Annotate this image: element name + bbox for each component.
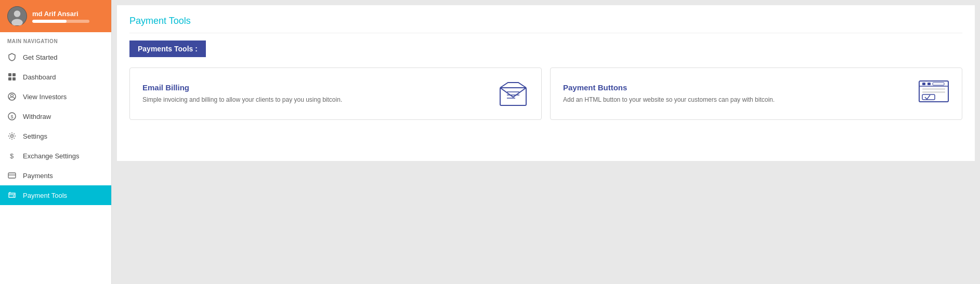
sidebar-item-payments[interactable]: Payments — [0, 166, 111, 185]
dollar-sign-icon: $ — [7, 151, 17, 160]
payment-buttons-desc: Add an HTML button to your website so yo… — [563, 95, 908, 104]
email-billing-card[interactable]: Email Billing Simple invoicing and billi… — [129, 67, 542, 120]
svg-text:$: $ — [11, 114, 14, 119]
grid-icon — [7, 72, 17, 82]
shield-icon — [7, 52, 17, 62]
svg-point-11 — [11, 135, 14, 138]
email-billing-title: Email Billing — [142, 83, 487, 92]
page-title: Payment Tools — [129, 16, 962, 33]
svg-rect-6 — [12, 77, 16, 80]
svg-rect-26 — [922, 91, 945, 93]
svg-rect-24 — [933, 83, 944, 85]
payment-buttons-title: Payment Buttons — [563, 83, 908, 92]
sidebar-item-withdraw-label: Withdraw — [23, 113, 51, 120]
sidebar-item-dashboard[interactable]: Dashboard — [0, 67, 111, 87]
svg-rect-4 — [12, 73, 16, 76]
tools-grid: Email Billing Simple invoicing and billi… — [129, 67, 962, 120]
svg-rect-22 — [922, 83, 925, 85]
email-billing-text: Email Billing Simple invoicing and billi… — [142, 83, 487, 104]
payment-buttons-card[interactable]: Payment Buttons Add an HTML button to yo… — [550, 67, 962, 120]
svg-rect-13 — [8, 173, 16, 178]
progress-bar — [32, 20, 89, 23]
svg-rect-25 — [922, 88, 945, 90]
sidebar-item-get-started-label: Get Started — [23, 53, 57, 61]
user-info: md Arif Ansari — [32, 10, 89, 23]
sidebar-item-view-investors-label: View Investors — [23, 93, 67, 101]
svg-point-1 — [14, 10, 21, 17]
sidebar-item-view-investors[interactable]: View Investors — [0, 87, 111, 106]
sidebar-item-withdraw[interactable]: $ Withdraw — [0, 106, 111, 126]
content-panel: Payment Tools Payments Tools : Email Bil… — [117, 5, 975, 161]
gear-icon — [7, 131, 17, 141]
section-heading: Payments Tools : — [129, 40, 206, 57]
svg-point-15 — [13, 196, 14, 197]
payment-buttons-icon — [918, 80, 949, 108]
sidebar-item-exchange-settings[interactable]: $ Exchange Settings — [0, 146, 111, 166]
sidebar: md Arif Ansari MAIN NAVIGATION Get Start… — [0, 0, 112, 284]
sidebar-item-get-started[interactable]: Get Started — [0, 47, 111, 67]
sidebar-item-payment-tools[interactable]: Payment Tools — [0, 185, 111, 205]
card-icon — [7, 171, 17, 180]
sidebar-item-dashboard-label: Dashboard — [23, 73, 56, 81]
sidebar-item-payments-label: Payments — [23, 172, 53, 180]
progress-fill — [32, 20, 67, 23]
svg-rect-3 — [8, 73, 11, 76]
avatar — [7, 6, 27, 26]
nav-label: MAIN NAVIGATION — [0, 32, 111, 47]
sidebar-item-payment-tools-label: Payment Tools — [23, 192, 67, 199]
email-billing-icon — [498, 78, 529, 109]
sidebar-item-settings-label: Settings — [23, 132, 47, 140]
dollar-circle-icon: $ — [7, 112, 17, 121]
sidebar-item-exchange-settings-label: Exchange Settings — [23, 152, 79, 160]
main-navigation: Get Started Dashboard — [0, 47, 111, 205]
main-content: Payment Tools Payments Tools : Email Bil… — [112, 0, 980, 284]
svg-point-8 — [11, 94, 14, 97]
username: md Arif Ansari — [32, 10, 89, 18]
payment-buttons-text: Payment Buttons Add an HTML button to yo… — [563, 83, 908, 104]
svg-text:$: $ — [10, 152, 14, 160]
sidebar-header: md Arif Ansari — [0, 0, 111, 32]
email-billing-desc: Simple invoicing and billing to allow yo… — [142, 95, 487, 104]
person-circle-icon — [7, 92, 17, 101]
sidebar-item-settings[interactable]: Settings — [0, 126, 111, 146]
svg-rect-5 — [8, 77, 11, 80]
wallet-icon — [7, 191, 17, 200]
svg-rect-23 — [927, 83, 931, 85]
